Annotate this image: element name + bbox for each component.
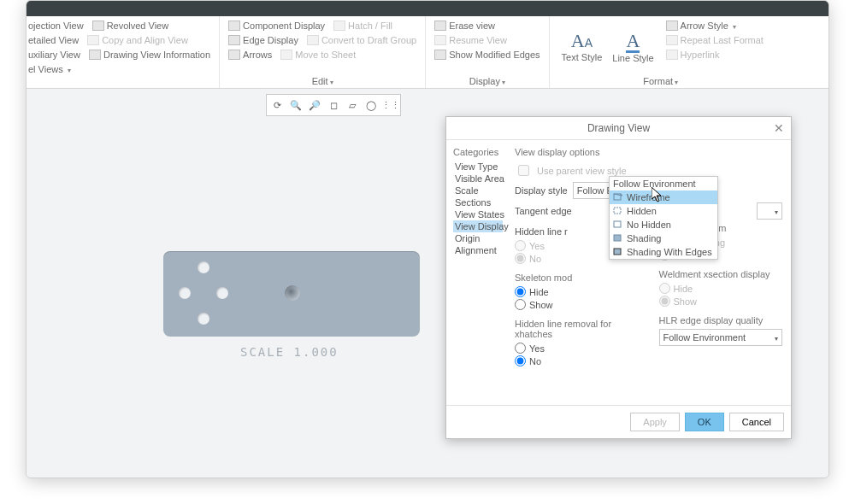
ribbon-group-format: AA Text Style A Line Style Arrow Style R… bbox=[550, 16, 772, 88]
zoom-in-button[interactable]: 🔍 bbox=[287, 97, 304, 114]
component-display-icon bbox=[228, 21, 240, 31]
show-label: Show bbox=[529, 300, 553, 310]
hole-icon bbox=[179, 287, 191, 299]
svg-rect-6 bbox=[614, 249, 621, 255]
component-display-item[interactable]: Component Display bbox=[227, 20, 327, 32]
zoom-out-button[interactable]: 🔎 bbox=[306, 97, 323, 114]
skeleton-hide-radio[interactable] bbox=[515, 286, 526, 297]
weldment-heading: Weldment xsection display bbox=[659, 269, 783, 279]
revolved-view-item[interactable]: Revolved View bbox=[91, 20, 171, 32]
dropdown-item-no-hidden[interactable]: No Hidden bbox=[610, 218, 717, 231]
no-label: No bbox=[529, 254, 541, 264]
dropdown-item-shading[interactable]: Shading bbox=[610, 231, 717, 245]
ribbon-group-display: Erase view Resume View Show Modified Edg… bbox=[426, 16, 549, 88]
show-modified-edges-item[interactable]: Show Modified Edges bbox=[433, 49, 541, 61]
hidden-yes-radio bbox=[515, 240, 526, 251]
model-views-item[interactable]: el Views bbox=[27, 63, 73, 75]
label: Shading With Edges bbox=[627, 247, 712, 257]
label: Shading bbox=[627, 233, 661, 243]
hole-icon bbox=[198, 313, 209, 325]
dropdown-item-wireframe[interactable]: Wireframe bbox=[610, 190, 717, 204]
category-origin[interactable]: Origin bbox=[453, 232, 503, 244]
hlr-xhatch-heading: Hidden line removal for xhatches bbox=[515, 319, 639, 339]
resume-icon bbox=[434, 35, 446, 45]
categories-heading: Categories bbox=[453, 147, 503, 157]
category-view-type[interactable]: View Type bbox=[453, 161, 503, 173]
app-window: ojection View Revolved View etailed View… bbox=[26, 0, 829, 478]
apply-button: Apply bbox=[630, 413, 680, 431]
drawing-view-info-item[interactable]: Drawing View Information bbox=[87, 49, 212, 61]
label: Move to Sheet bbox=[295, 50, 356, 60]
label: Arrows bbox=[243, 50, 272, 60]
text-style-button[interactable]: AA Text Style bbox=[557, 20, 608, 74]
view-options-button[interactable]: ⋮⋮ bbox=[381, 97, 398, 114]
revolved-view-icon bbox=[92, 21, 104, 31]
dialog-close-button[interactable]: ✕ bbox=[774, 121, 784, 135]
wireframe-icon bbox=[613, 193, 623, 202]
hide-label: Hide bbox=[529, 287, 549, 297]
projection-view-item[interactable]: ojection View bbox=[27, 20, 86, 32]
category-visible-area[interactable]: Visible Area bbox=[453, 173, 503, 185]
detailed-view-item[interactable]: etailed View bbox=[27, 34, 80, 46]
label: Drawing View Information bbox=[103, 50, 210, 60]
arrows-item[interactable]: Arrows bbox=[227, 49, 274, 61]
xhatch-yes-radio[interactable] bbox=[515, 343, 526, 354]
display-style-label: Display style bbox=[515, 185, 568, 196]
ribbon-group-edit: Component Display Hatch / Fill Edge Disp… bbox=[220, 16, 426, 88]
convert-draft-item: Convert to Draft Group bbox=[305, 34, 418, 46]
label: uxiliary View bbox=[28, 50, 80, 60]
no-label: No bbox=[529, 356, 541, 366]
dropdown-item-shading-edges[interactable]: Shading With Edges bbox=[610, 245, 717, 259]
arrow-style-item[interactable]: Arrow Style bbox=[664, 20, 738, 32]
auxiliary-view-item[interactable]: uxiliary View bbox=[27, 49, 82, 61]
hole-icon bbox=[198, 261, 209, 273]
ok-button[interactable]: OK bbox=[685, 413, 724, 431]
fit-button[interactable]: ◯ bbox=[363, 97, 380, 114]
category-view-display[interactable]: View Display bbox=[453, 220, 503, 232]
format-group-label[interactable]: Format bbox=[557, 74, 765, 86]
label: Copy and Align View bbox=[102, 35, 188, 45]
svg-rect-5 bbox=[614, 235, 621, 241]
zoom-window-button[interactable]: ◻ bbox=[325, 97, 342, 114]
label: No Hidden bbox=[627, 220, 671, 230]
hatch-fill-item: Hatch / Fill bbox=[332, 20, 394, 32]
category-alignment[interactable]: Alignment bbox=[453, 244, 503, 256]
move-sheet-item: Move to Sheet bbox=[279, 49, 357, 61]
line-style-button[interactable]: A Line Style bbox=[607, 20, 658, 74]
label: Edge Display bbox=[243, 35, 298, 45]
xhatch-no-radio[interactable] bbox=[515, 355, 526, 366]
category-sections[interactable]: Sections bbox=[453, 196, 503, 208]
category-scale[interactable]: Scale bbox=[453, 185, 503, 196]
modified-edges-icon bbox=[434, 50, 446, 60]
cancel-button[interactable]: Cancel bbox=[729, 413, 784, 431]
tangent-edge-select[interactable] bbox=[757, 202, 782, 220]
hatch-icon bbox=[333, 21, 345, 31]
hyperlink-icon bbox=[666, 50, 678, 60]
display-group-label[interactable]: Display bbox=[433, 74, 541, 86]
drawing-view-dialog: Drawing View ✕ Categories View Type Visi… bbox=[445, 116, 792, 439]
dropdown-item-hidden[interactable]: Hidden bbox=[610, 204, 717, 218]
scale-label: SCALE 1.000 bbox=[240, 345, 339, 359]
pan-button[interactable]: ▱ bbox=[344, 97, 361, 114]
drawing-canvas[interactable]: ⟳ 🔍 🔎 ◻ ▱ ◯ ⋮⋮ SCALE 1.000 Drawing View … bbox=[27, 89, 828, 478]
refresh-button[interactable]: ⟳ bbox=[268, 97, 286, 114]
info-icon bbox=[89, 50, 101, 60]
hlr-quality-select[interactable]: Follow Environment bbox=[659, 329, 783, 346]
label: Arrow Style bbox=[681, 21, 728, 31]
label: etailed View bbox=[28, 35, 79, 45]
categories-list: View Type Visible Area Scale Sections Vi… bbox=[453, 161, 503, 256]
skeleton-show-radio[interactable] bbox=[515, 299, 526, 310]
categories-panel: Categories View Type Visible Area Scale … bbox=[446, 140, 506, 405]
edge-display-item[interactable]: Edge Display bbox=[227, 34, 300, 46]
erase-view-item[interactable]: Erase view bbox=[433, 20, 497, 32]
label: Convert to Draft Group bbox=[321, 35, 416, 45]
edit-group-label[interactable]: Edit bbox=[227, 74, 418, 86]
hlr-quality-heading: HLR edge display quality bbox=[659, 315, 783, 325]
shading-icon bbox=[613, 234, 623, 243]
label: Component Display bbox=[243, 21, 325, 31]
hyperlink-item: Hyperlink bbox=[664, 49, 722, 61]
label: Line Style bbox=[612, 53, 653, 63]
label: Follow Environment bbox=[613, 179, 696, 189]
dropdown-item-follow-env[interactable]: Follow Environment bbox=[610, 177, 717, 190]
category-view-states[interactable]: View States bbox=[453, 208, 503, 220]
